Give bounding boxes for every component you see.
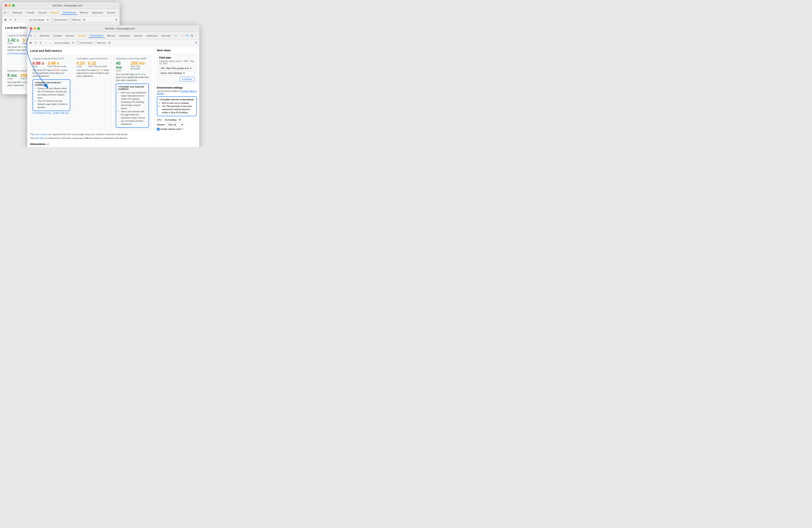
- devtools-icon[interactable]: ⚙: [4, 11, 6, 14]
- tab-lighthouse-front[interactable]: Lighthouse: [145, 34, 159, 38]
- env-title-front: Environment settings: [157, 86, 197, 89]
- screenshots-checkbox-front[interactable]: [76, 41, 79, 44]
- window-title-front: DevTools - fonts.google.com/: [43, 27, 197, 30]
- memory-checkbox-front[interactable]: [94, 41, 97, 44]
- tab-bar-front: ⚙ ⬚ Elements Console Sources Network Per…: [27, 32, 199, 40]
- cls-field-label-front: Field 75th percentile: [88, 65, 107, 68]
- screenshots-checkbox-back[interactable]: [51, 18, 54, 21]
- tab-memory-back[interactable]: Memory: [78, 11, 90, 14]
- tab-application-front[interactable]: Application: [117, 34, 132, 38]
- inspect-icon-front[interactable]: ⬚: [33, 34, 37, 37]
- minimize-button-front[interactable]: [33, 27, 36, 30]
- tab-console-front[interactable]: Console: [52, 34, 63, 38]
- lcp-consider-item-2: The LCP element can vary between page lo…: [38, 99, 68, 109]
- tabs-back: Elements Console Sources Network Perform…: [11, 11, 119, 15]
- screenshots-label-front[interactable]: Screenshots: [76, 41, 92, 44]
- tab-elements-back[interactable]: Elements: [11, 11, 24, 14]
- network-select[interactable]: Slow 4G Fast 3G No throttling: [166, 123, 184, 127]
- disable-cache-checkbox[interactable]: [157, 128, 160, 130]
- inp-consider-list-front: Real users may experience longer interac…: [118, 91, 147, 126]
- network-label: Network:: [157, 124, 165, 126]
- tab-elements-front[interactable]: Elements: [38, 34, 51, 38]
- minimize-button-back[interactable]: [9, 4, 11, 7]
- disable-cache-label: Disable network cache: [160, 128, 182, 130]
- memory-label-front[interactable]: Memory: [94, 41, 106, 44]
- tab-sources-front[interactable]: Sources: [64, 34, 75, 38]
- cls-local-group-front: 0.23 Local: [76, 61, 85, 68]
- settings-icon-front[interactable]: ⚙: [191, 34, 193, 37]
- interactions-row-front: Interactions ⊘: [30, 142, 151, 146]
- download-button-front[interactable]: ↓: [49, 41, 53, 44]
- cls-desc-front: Your local CLS value of 0.23 needs impro…: [76, 69, 110, 78]
- tab-network-front[interactable]: Network: [76, 34, 88, 38]
- cpu-select[interactable]: No throttling 4x slowdown 6x slowdown: [163, 118, 182, 122]
- inp-local-value-back: 8 ms: [8, 73, 17, 77]
- recordings-dropdown-back[interactable]: ▼: [46, 18, 49, 22]
- inspect-icon[interactable]: ⬚: [8, 11, 10, 14]
- tab-console-back[interactable]: Console: [24, 11, 36, 14]
- configure-button-front[interactable]: Configure: [180, 77, 194, 82]
- inp-local-label-back: Local: [8, 77, 17, 80]
- tab-recorder-front[interactable]: Recorder: [160, 34, 172, 38]
- interactions-title-front: Interactions: [30, 142, 46, 146]
- tab-performance-back[interactable]: Performance: [61, 11, 77, 15]
- lcp-card-front: Largest Contentful Paint (LCP) 6.88 s Lo…: [30, 55, 73, 130]
- tab-memory-front[interactable]: Memory: [105, 34, 117, 38]
- download-button-back[interactable]: ↓: [24, 18, 27, 22]
- more-icon-front[interactable]: ⋮: [195, 34, 198, 37]
- tab-bar-back: ⚙ ⬚ Elements Console Sources Network Per…: [2, 9, 119, 16]
- upload-button-back[interactable]: ↑: [19, 18, 22, 22]
- tab-security-back[interactable]: Security: [105, 11, 117, 14]
- local-metrics-link[interactable]: local metrics: [35, 133, 48, 135]
- upload-button-front[interactable]: ↑: [44, 41, 47, 44]
- gear-icon-back[interactable]: ⚙: [115, 18, 118, 22]
- gear-icon-front[interactable]: ⚙: [194, 41, 198, 44]
- title-bar-front: DevTools - fonts.google.com/: [27, 25, 199, 32]
- inp-consider-item-1: Real users may experience longer interac…: [121, 91, 147, 110]
- cls-local-label-front: Local: [76, 65, 85, 68]
- toolbar-right-front: ⚠ 1 ⚑ 2 ⚙ ⋮: [181, 34, 198, 37]
- cls-local-value-front: 0.23: [76, 61, 85, 65]
- cpu-icon-front[interactable]: 🖥: [107, 41, 111, 44]
- lcp-element-front[interactable]: LCP Element h1.tile__header--title.mai..…: [32, 112, 70, 114]
- interactions-icon: ⊘: [47, 143, 49, 146]
- devtools-icon-front[interactable]: ⚙: [29, 34, 32, 37]
- recordings-dropdown-front[interactable]: ▼: [71, 41, 75, 44]
- memory-label-back[interactable]: Memory: [69, 18, 81, 21]
- close-button-back[interactable]: [5, 4, 7, 7]
- tab-application-back[interactable]: Application: [90, 11, 105, 14]
- tab-network-back[interactable]: Network: [49, 11, 61, 14]
- clear-button-front[interactable]: ⊘: [39, 41, 42, 44]
- cls-field-group-front: 0.22 Field 75th percentile: [88, 61, 107, 68]
- inp-title-front: Interaction to Next Paint (INP): [116, 57, 149, 60]
- device-select-front[interactable]: Device: Auto (Desktop) ▼: [159, 71, 194, 75]
- record-button-back[interactable]: ⏺: [4, 18, 7, 22]
- lcp-local-group-front: 6.88 s Local: [32, 61, 44, 68]
- tab-sources-back[interactable]: Sources: [37, 11, 48, 14]
- record-button-front[interactable]: ⏺: [29, 41, 32, 44]
- field-data-front: Field data Collection period: Aug 27, 20…: [157, 54, 197, 84]
- close-button-front[interactable]: [30, 27, 32, 30]
- tab-more-back[interactable]: >>: [117, 11, 119, 14]
- help-icon: ?: [183, 128, 184, 130]
- inp-card-front: Interaction to Next Paint (INP) 40 ms Lo…: [114, 55, 151, 130]
- inp-desc-front: Your local INP value of 40 ms is good, b…: [116, 73, 149, 82]
- tab-performance-front[interactable]: Performance: [88, 33, 105, 38]
- env-desc-front: Use the device toolbar to simulate diffe…: [157, 90, 197, 95]
- simulate-devices-link[interactable]: simulate different devices: [157, 90, 197, 95]
- clear-button-back[interactable]: ⊘: [14, 18, 17, 22]
- field-data-link[interactable]: field data: [35, 137, 44, 139]
- inp-values-front: 40 ms Local 255 ms Field 75th percentile: [116, 61, 149, 72]
- tab-more-front[interactable]: >>: [173, 34, 179, 38]
- maximize-button-back[interactable]: [12, 4, 15, 7]
- cpu-icon-back[interactable]: 🖥: [83, 18, 86, 22]
- screenshots-label-back[interactable]: Screenshots: [51, 18, 67, 21]
- env-consider-item-2: The 75th percentile of real users experi…: [162, 105, 195, 114]
- refresh-button-back[interactable]: ↺: [9, 18, 12, 22]
- memory-checkbox-back[interactable]: [69, 18, 72, 21]
- maximize-button-front[interactable]: [37, 27, 40, 30]
- url-select-front[interactable]: URL: https://fonts.google.com/ ▼: [159, 66, 194, 70]
- lcp-local-value-back: 1.42 s: [8, 38, 19, 42]
- tab-security-front[interactable]: Security: [132, 34, 144, 38]
- refresh-button-front[interactable]: ↺: [34, 41, 37, 44]
